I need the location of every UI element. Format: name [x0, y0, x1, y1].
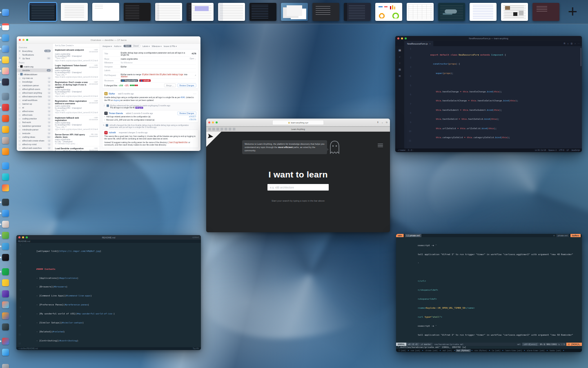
merge-button[interactable]: Merge ⌄	[164, 84, 176, 88]
open-closed-toggle[interactable]: Open Closed	[123, 45, 140, 47]
activity-icon[interactable]: ⌕	[399, 55, 401, 58]
iterm[interactable]	[2, 254, 9, 261]
referenced-pr[interactable]: Put all logs in a single file #5	[110, 106, 135, 109]
status-item[interactable]: LF	[567, 149, 569, 151]
close-button[interactable]	[208, 121, 210, 123]
issue-row[interactable]: Implement fallback web registration #449…	[53, 115, 100, 132]
toolbar-icon[interactable]: ⧉	[386, 121, 388, 124]
buffer-name[interactable]: private.xml	[556, 234, 569, 237]
commit-row[interactable]: •Remove LOG_DIR and use the configuratio…	[105, 118, 196, 121]
spotify[interactable]	[2, 268, 9, 275]
vim-buffer[interactable]: osascript -e ' tell application "Alfred …	[396, 237, 582, 343]
window-code-editor[interactable]: NewResourceForm.js — learn-anything NewR…	[395, 36, 582, 152]
active-tab[interactable]: Learn Anything	[206, 128, 390, 130]
window-issue-tracker[interactable]: Overview — dendrite — 17 items Overview …	[17, 36, 200, 151]
space-spreadsheet[interactable]	[407, 3, 434, 21]
tmux-window[interactable]: learn-time [zsh]	[504, 349, 523, 352]
space-finder[interactable]	[218, 3, 245, 21]
window-terminal-karabiner[interactable]: tabs 1.1 private.xml ✕ private.xml buffe…	[396, 234, 582, 352]
close-icon[interactable]: ✕	[553, 234, 555, 237]
sidebar-repo-dendrite[interactable]: ▢ dendrite 17	[17, 69, 53, 72]
tweetbot[interactable]	[2, 34, 9, 41]
sidebar-repo-item[interactable]: ▢ mindnode-parser 0	[17, 128, 53, 132]
dictionary[interactable]	[2, 210, 9, 217]
space-maroon-app[interactable]	[532, 3, 559, 21]
sidebar-repo-item[interactable]: ▢ markdown-parser 0	[17, 84, 53, 88]
telegram[interactable]	[2, 243, 9, 250]
sidebar-repo-item[interactable]: ▢ ai 0	[17, 106, 53, 110]
review-changes-button[interactable]: Review Changes	[178, 84, 196, 88]
status-item[interactable]: Ln 34, Col 18	[535, 149, 546, 151]
activity-icon[interactable]: ▤	[399, 49, 401, 52]
sidebar-repo-item[interactable]: ▢ knowledge 0	[17, 80, 53, 84]
sidebar-repo-item[interactable]: ▢ alfred-todo 0	[17, 113, 53, 117]
tmux-window[interactable]: nvm [zsh]	[410, 349, 421, 352]
space-slides[interactable]	[312, 3, 339, 21]
deckset[interactable]	[2, 290, 9, 297]
pocket[interactable]	[2, 104, 9, 111]
vim-tab-active[interactable]: 1.1 private.xml	[405, 234, 421, 237]
issue-row[interactable]: Registration: Don't create a new device_…	[53, 80, 100, 99]
address-bar[interactable]: 🔒learn-anything.xyz	[272, 120, 324, 125]
space-mindmap[interactable]	[438, 3, 465, 21]
space-wiki[interactable]	[470, 3, 497, 21]
filter-dropdown[interactable]: Issues & PRs ▾	[164, 45, 177, 47]
chrome[interactable]	[2, 338, 9, 345]
code-area[interactable]: export default class NewResourceForm ext…	[404, 46, 582, 148]
traffic-lights[interactable]	[208, 121, 218, 123]
trash[interactable]	[2, 364, 9, 368]
commit-hash[interactable]: a64b837	[189, 115, 196, 118]
sidebar-repo-item[interactable]: ▢ my-mac-os 0	[17, 76, 53, 80]
issue-row[interactable]: Registration: Allow registration without…	[53, 99, 100, 116]
sidebar-overview-item[interactable]: ☰ Up Next 16	[17, 56, 53, 60]
comment-author[interactable]: ElyKar	[109, 92, 115, 95]
close-tab-icon[interactable]: ×	[429, 43, 430, 45]
activity-icon[interactable]: ⑂	[399, 62, 401, 65]
sidebar-repo-item[interactable]: ▢ testcode 0	[17, 132, 53, 135]
sidebar-repo-item[interactable]: ▢ alfred-github-users 0	[17, 88, 53, 91]
spark[interactable]	[2, 79, 9, 85]
minimize-button[interactable]	[212, 121, 214, 123]
sidebar-repo-item[interactable]: ▢ alfred-my-mind 0	[17, 143, 53, 146]
tmux-window[interactable]: kwi (Python)	[456, 349, 471, 352]
disclosure-icon[interactable]: ▾	[18, 73, 19, 75]
toolbar-icon[interactable]: ⬆	[377, 121, 379, 124]
space-dashboard[interactable]	[375, 3, 402, 21]
reminders[interactable]	[2, 148, 9, 155]
toggle-closed[interactable]: Closed	[131, 45, 140, 47]
vim-tab[interactable]: README.md	[18, 240, 30, 242]
status-item[interactable]: 0 ↓ 0 ↑	[408, 149, 413, 151]
sidebar-repo-item[interactable]: ▢ crafting-ideas 20	[17, 135, 53, 139]
add-space-button[interactable]: +	[568, 2, 577, 20]
appstore[interactable]	[2, 162, 9, 169]
filter-dropdown[interactable]: Assignee ▾	[102, 45, 112, 47]
bee[interactable]	[2, 126, 9, 133]
tmux-window[interactable]: vim (Python)	[473, 349, 488, 352]
sidebar-overview-item[interactable]: ◔ Notifications	[17, 53, 53, 56]
editor-action-icon[interactable]: ⊞	[564, 43, 565, 45]
space-terminal-dark[interactable]	[29, 3, 56, 21]
reviewer-chip[interactable]: 👤NegativeMjark	[121, 79, 138, 82]
space-light-page[interactable]	[92, 3, 119, 21]
menu-icon[interactable]	[378, 143, 383, 148]
filter-dropdown[interactable]: Milestone ▾	[152, 45, 162, 47]
editor-action-icon[interactable]: ⫝	[567, 43, 568, 45]
paw[interactable]	[2, 137, 9, 144]
commit-row[interactable]: •Add logs related parameters to the conf…	[105, 115, 196, 118]
commit-hash[interactable]: c58b29b	[189, 119, 196, 121]
space-split-view[interactable]	[187, 3, 214, 21]
space-desktop[interactable]	[281, 3, 308, 21]
external-link-icon[interactable]: ↗	[195, 74, 196, 76]
tab-newresourceform[interactable]: NewResourceForm.js×	[404, 41, 434, 46]
more-icon[interactable]: ⋯	[193, 92, 196, 96]
sidebar-repo-item[interactable]: ▢ coding-practice 0	[17, 117, 53, 121]
airmail[interactable]	[2, 173, 9, 180]
finder[interactable]	[2, 9, 9, 16]
bear[interactable]	[2, 199, 9, 206]
review-changes-button[interactable]: Review Changes	[178, 112, 196, 115]
sort-control[interactable]: Sort by Date Created ▾	[53, 44, 100, 48]
photos[interactable]	[2, 67, 9, 74]
tmux-window[interactable]: tasks [zsh]	[548, 349, 562, 352]
repo-link[interactable]: dugong	[114, 99, 120, 101]
preview[interactable]	[2, 93, 9, 100]
